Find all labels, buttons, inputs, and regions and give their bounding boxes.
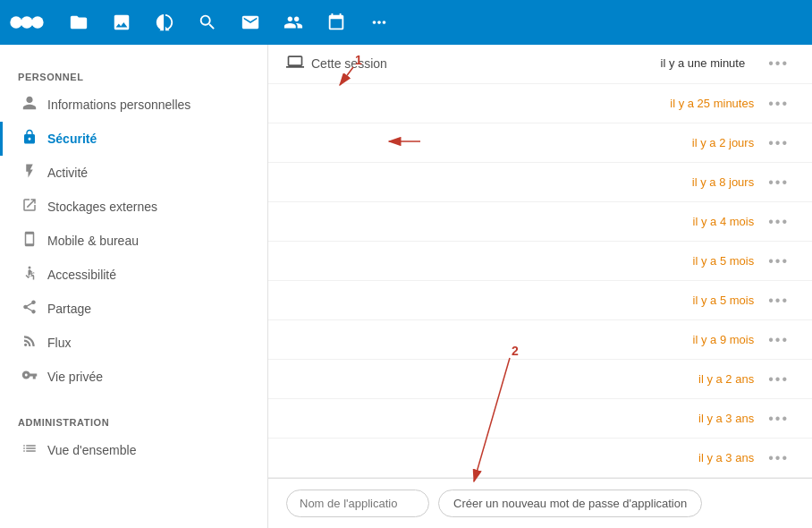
calendar-icon[interactable] <box>318 4 354 40</box>
session-row: il y a 9 mois ••• <box>268 320 812 360</box>
session-menu-3[interactable]: ••• <box>763 173 794 192</box>
session-time-6: il y a 5 mois <box>693 294 755 307</box>
current-session-label: Cette session <box>286 53 387 73</box>
session-row: il y a 5 mois ••• <box>268 242 812 281</box>
share-icon <box>21 299 38 319</box>
sidebar-label-security: Sécurité <box>47 132 97 146</box>
more-icon[interactable] <box>361 4 397 40</box>
external-link-icon <box>21 197 38 217</box>
sidebar-label-overview: Vue d'ensemble <box>47 443 136 457</box>
session-menu-2[interactable]: ••• <box>763 133 794 153</box>
session-menu-10[interactable]: ••• <box>763 448 794 468</box>
session-row: il y a 25 minutes ••• <box>268 84 812 123</box>
session-row: il y a 5 mois ••• <box>268 281 812 320</box>
sidebar-item-external-storage[interactable]: Stockages externes <box>0 190 267 224</box>
session-row: il y a 8 jours ••• <box>268 163 812 202</box>
contacts-icon[interactable] <box>275 4 311 40</box>
session-time-3: il y a 8 jours <box>692 175 754 189</box>
app-name-input[interactable] <box>286 490 429 517</box>
sidebar-item-activity[interactable]: Activité <box>0 156 267 190</box>
svg-point-2 <box>31 16 43 28</box>
sidebar-item-privacy[interactable]: Vie privée <box>0 360 267 394</box>
sidebar-item-security[interactable]: Sécurité <box>0 122 267 156</box>
create-app-password-button[interactable]: Créer un nouveau mot de passe d'applicat… <box>438 490 702 517</box>
session-time-1: il y a 25 minutes <box>670 97 754 110</box>
person-icon <box>21 95 38 115</box>
sidebar-item-personal-info[interactable]: Informations personnelles <box>0 88 267 122</box>
svg-point-3 <box>29 267 31 269</box>
session-time-0: il y a une minute <box>661 56 746 70</box>
search-icon[interactable] <box>190 4 225 40</box>
session-menu-4[interactable]: ••• <box>763 212 794 232</box>
session-menu-5[interactable]: ••• <box>763 251 794 271</box>
overview-icon <box>21 440 38 460</box>
sidebar-label-sharing: Partage <box>47 302 91 316</box>
content-area: Cette session il y a une minute ••• il y… <box>268 45 812 528</box>
session-menu-0[interactable]: ••• <box>763 54 794 73</box>
mobile-icon <box>21 231 38 251</box>
sidebar-item-overview[interactable]: Vue d'ensemble <box>0 433 267 467</box>
session-time-9: il y a 3 ans <box>698 412 754 425</box>
session-row: Cette session il y a une minute ••• <box>268 45 812 84</box>
activity-icon[interactable] <box>147 4 182 40</box>
current-session-text: Cette session <box>311 56 387 71</box>
sidebar-label-privacy: Vie privée <box>47 370 103 384</box>
sidebar: Personnel Informations personnelles Sécu… <box>0 45 268 528</box>
sidebar-label-activity: Activité <box>47 166 88 180</box>
privacy-icon <box>21 367 38 387</box>
accessibility-icon <box>21 265 38 285</box>
sidebar-label-external-storage: Stockages externes <box>47 200 157 214</box>
flash-icon <box>21 163 38 183</box>
session-menu-7[interactable]: ••• <box>763 330 794 350</box>
session-menu-1[interactable]: ••• <box>763 94 794 114</box>
files-icon[interactable] <box>61 4 97 40</box>
session-time-2: il y a 2 jours <box>692 136 754 149</box>
sidebar-item-flux[interactable]: Flux <box>0 326 267 360</box>
sidebar-item-mobile[interactable]: Mobile & bureau <box>0 224 267 258</box>
svg-point-1 <box>21 16 32 28</box>
sidebar-label-flux: Flux <box>47 336 71 350</box>
sidebar-label-mobile: Mobile & bureau <box>47 234 139 248</box>
sidebar-label-accessibility: Accessibilité <box>47 268 116 282</box>
session-row: il y a 4 mois ••• <box>268 202 812 242</box>
mail-icon[interactable] <box>233 4 268 40</box>
sidebar-item-sharing[interactable]: Partage <box>0 292 267 326</box>
top-nav <box>0 0 812 45</box>
main-layout: Personnel Informations personnelles Sécu… <box>0 45 812 528</box>
sidebar-label-personal-info: Informations personnelles <box>47 98 190 112</box>
session-menu-8[interactable]: ••• <box>763 370 794 389</box>
photos-icon[interactable] <box>104 4 140 40</box>
svg-point-0 <box>10 16 21 28</box>
app-password-form: Créer un nouveau mot de passe d'applicat… <box>268 478 812 528</box>
session-menu-6[interactable]: ••• <box>763 291 794 311</box>
session-time-8: il y a 2 ans <box>698 372 754 386</box>
session-row: il y a 2 ans ••• <box>268 360 812 399</box>
session-time-5: il y a 5 mois <box>693 254 755 268</box>
session-row: il y a 2 jours ••• <box>268 123 812 163</box>
session-time-10: il y a 3 ans <box>698 451 754 464</box>
session-menu-9[interactable]: ••• <box>763 409 794 429</box>
session-time-7: il y a 9 mois <box>693 333 755 346</box>
monitor-icon <box>286 53 304 73</box>
session-list: Cette session il y a une minute ••• il y… <box>268 45 812 478</box>
flux-icon <box>21 333 38 353</box>
session-time-4: il y a 4 mois <box>693 215 755 228</box>
lock-icon <box>21 129 38 149</box>
sidebar-item-accessibility[interactable]: Accessibilité <box>0 258 267 292</box>
app-logo <box>9 12 45 33</box>
sidebar-section-personnel: Personnel <box>0 63 267 88</box>
session-row: il y a 3 ans ••• <box>268 399 812 439</box>
sidebar-section-admin: Administration <box>0 408 267 433</box>
session-row: il y a 3 ans ••• <box>268 439 812 478</box>
